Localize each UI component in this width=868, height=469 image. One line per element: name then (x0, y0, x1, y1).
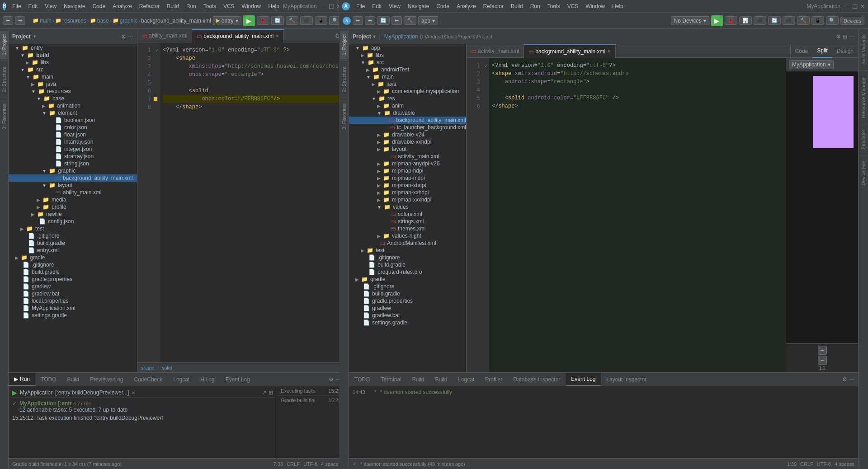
right-tree-gitignore2[interactable]: 📄.gitignore (349, 283, 466, 290)
tree-build[interactable]: ▼📁build (9, 52, 137, 59)
right-tab-background-active[interactable]: 🗃 background_ability_main.xml ✕ (524, 44, 616, 58)
right-tree-gitignore[interactable]: 📄.gitignore (349, 254, 466, 261)
left-menu-file[interactable]: File (9, 2, 24, 10)
right-menu-build[interactable]: Build (507, 2, 527, 10)
right-proj-arrow[interactable]: ▾ (373, 33, 376, 40)
right-menu-window[interactable]: Window (582, 2, 609, 10)
run-button[interactable]: ▶ (243, 15, 255, 26)
tab-hilog[interactable]: HiLog (195, 373, 220, 386)
bottom-right-close-icon[interactable]: — (849, 376, 854, 383)
tab-todo[interactable]: TODO (35, 373, 61, 386)
right-status-crlf[interactable]: CRLF (800, 461, 813, 467)
run-close-x[interactable]: ✕ (132, 390, 135, 395)
tab-event-log-right[interactable]: Event Log (566, 373, 601, 386)
right-menu-view[interactable]: View (385, 2, 404, 10)
right-sidebar-structure[interactable]: 2: Structure (340, 63, 348, 96)
left-menu-tools[interactable]: Tools (200, 2, 220, 10)
right-menu-refactor[interactable]: Refactor (480, 2, 507, 10)
right-tree-drawable-xxhdpi[interactable]: ▶📁drawable-xxhdpi (349, 138, 466, 145)
right-tree-androidtest[interactable]: ▶📁androidTest (349, 66, 466, 73)
right-menu-analyze[interactable]: Analyze (453, 2, 480, 10)
right-stop-btn[interactable]: ⬛ (754, 16, 766, 25)
right-tree-ic-launcher[interactable]: 🗃ic_launcher_background.xml (349, 124, 466, 131)
tree-profile[interactable]: ▶📁profile (9, 203, 137, 211)
right-tree-test[interactable]: ▶📁test (349, 247, 466, 254)
tree-integer-json[interactable]: 📄integer.json (9, 145, 137, 153)
right-b5[interactable]: 🔍 (826, 16, 839, 25)
right-tab-activity[interactable]: 🗃 activity_main.xml (467, 44, 524, 58)
tree-animation[interactable]: ▶📁animation (9, 102, 137, 109)
right-tree-values[interactable]: ▼📁values (349, 203, 466, 211)
right-menu-file[interactable]: File (353, 2, 368, 10)
tab-logcat[interactable]: Logcat (168, 373, 195, 386)
left-menu-refactor[interactable]: Refactor (136, 2, 163, 10)
view-tab-design[interactable]: Design (832, 44, 858, 58)
project-icon1[interactable]: ⚙ (121, 33, 126, 40)
tree-settings-gradle[interactable]: 📄settings.gradle (9, 312, 137, 319)
right-menu-vcs[interactable]: VCS (564, 2, 582, 10)
right-tree-mipmap-anydpi[interactable]: ▶📁mipmap-anydpi-v26 (349, 160, 466, 167)
right-tree-res[interactable]: ▼📁res (349, 95, 466, 102)
left-menu-navigate[interactable]: Navigate (60, 2, 89, 10)
debug-btn[interactable]: 🐞 (257, 16, 269, 25)
right-tree-gradlew[interactable]: 📄gradlew (349, 305, 466, 312)
right-menu-navigate[interactable]: Navigate (404, 2, 433, 10)
tree-test[interactable]: ▶📁test (9, 225, 137, 232)
right-tree-themes[interactable]: 🗃themes.xml (349, 225, 466, 232)
right-status-enc[interactable]: UTF-8 (817, 461, 831, 467)
right-minimize-btn[interactable]: — (844, 3, 850, 10)
view-tab-code[interactable]: Code (791, 44, 813, 58)
right-tree-anim[interactable]: ▶📁anim (349, 102, 466, 109)
tree-build-gradle[interactable]: 📄build.gradle (9, 239, 137, 247)
tree-rawfile[interactable]: ▶📁rawfile (9, 211, 137, 218)
tree-gradlew-bat[interactable]: 📄gradlew.bat (9, 290, 137, 297)
tree-gitignore[interactable]: 📄.gitignore (9, 232, 137, 239)
tree-layout-folder[interactable]: ▼📁layout (9, 182, 137, 189)
bread-solid[interactable]: solid (162, 365, 172, 371)
back-btn[interactable]: ⬅ (3, 16, 13, 25)
sidebar-item-structure[interactable]: 2: Structure (0, 63, 8, 96)
bottom-settings-icon[interactable]: ⚙ (329, 376, 334, 383)
right-tree-src[interactable]: ▼📁src (349, 59, 466, 66)
right-sidebar-project[interactable]: 1: Project (340, 31, 348, 59)
right-status-indent[interactable]: 4 spaces (835, 461, 854, 467)
tree-base[interactable]: ▼📁base (9, 95, 137, 102)
run-expand-icon[interactable]: ↗ (262, 389, 267, 396)
right-b2[interactable]: ⬛ (783, 16, 795, 25)
tree-background-xml[interactable]: 🗃background_ability_main.xml (9, 174, 137, 182)
right-proj-icon2[interactable]: ⊞ (843, 33, 847, 40)
tree-config-json[interactable]: 📄config.json (9, 218, 137, 225)
right-tree-main[interactable]: ▼📁main (349, 73, 466, 80)
left-minimize-btn[interactable]: — (321, 3, 327, 10)
right-tree-drawable-v24[interactable]: ▶📁drawable-v24 (349, 131, 466, 138)
right-menu-edit[interactable]: Edit (368, 2, 385, 10)
tree-entry[interactable]: ▼📁entry (9, 44, 137, 52)
right-b3[interactable]: 🔨 (797, 16, 810, 25)
right-tree-values-night[interactable]: ▶📁values-night (349, 232, 466, 239)
component-dropdown[interactable]: MyApplication ▾ (789, 60, 834, 69)
right-menu-run[interactable]: Run (527, 2, 544, 10)
left-maximize-btn[interactable]: ☐ (329, 3, 335, 10)
right-tree-drawable[interactable]: ▼📁drawable (349, 109, 466, 117)
right-tree-bg-xml[interactable]: 🗃background_ability_main.xml (349, 117, 466, 124)
tab-close-btn[interactable]: ✕ (275, 33, 279, 38)
project-dropdown-arrow[interactable]: ▾ (33, 33, 36, 39)
right-tree-mipmap-hdpi[interactable]: ▶📁mipmap-hdpi (349, 167, 466, 174)
right-sync-btn[interactable]: 🔄 (377, 16, 390, 25)
zoom-in-btn[interactable]: + (818, 346, 827, 355)
tree-main[interactable]: ▼📁main (9, 73, 137, 80)
status-enc-left[interactable]: UTF-8 (303, 461, 317, 467)
status-indent-left[interactable]: 4 spaces (321, 461, 341, 467)
tree-libs[interactable]: ▶📁libs (9, 59, 137, 66)
tab-build-right2[interactable]: Build (430, 373, 453, 386)
build-btn[interactable]: 🔨 (286, 16, 298, 25)
tab-terminal[interactable]: Terminal (375, 373, 406, 386)
right-tree-activity-xml[interactable]: 🗃activity_main.xml (349, 153, 466, 160)
right-tree-gradle-props[interactable]: 📄gradle.properties (349, 297, 466, 305)
left-menu-help[interactable]: Help (264, 2, 283, 10)
right-tree-build-gradle2[interactable]: 📄build.gradle (349, 290, 466, 297)
run-config-dropdown[interactable]: ▶ entry ▾ (213, 16, 241, 25)
bread-base[interactable]: base (97, 18, 109, 24)
right-profile-btn[interactable]: 📊 (739, 16, 752, 25)
tab-previewer-log[interactable]: PreviewerLog (85, 373, 128, 386)
